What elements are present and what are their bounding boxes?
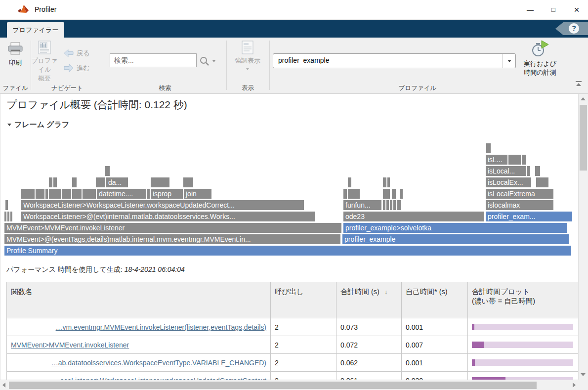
flame-segment[interactable] [96,177,105,187]
flame-segment[interactable]: isLocal... [486,166,526,176]
run-and-time-button[interactable]: 実行および 時間の計測 [519,40,561,77]
flame-segment[interactable] [72,189,82,199]
flame-segment[interactable] [393,200,396,210]
flame-segment[interactable] [4,212,6,221]
flame-segment[interactable] [383,177,386,187]
help-chip[interactable]: ? [555,22,588,35]
column-header-total-time[interactable]: 合計時間 (s)↓ [336,282,402,318]
vertical-scrollbar[interactable] [578,94,588,380]
flame-segment[interactable]: WorkspaceListener>@(evt)internal.matlab.… [21,212,315,221]
flame-segment[interactable]: WorkspaceListener>WorkspaceListener.work… [21,200,304,210]
flame-segment[interactable] [10,212,12,221]
search-input[interactable] [110,53,197,67]
maximize-button[interactable]: □ [542,0,565,20]
flame-segment[interactable]: MVMEvent>@(eventTags,details)matlab.inte… [4,234,340,244]
flame-segment[interactable] [36,189,44,199]
flame-segment[interactable] [386,200,389,210]
flame-segment[interactable] [83,189,96,199]
flame-segment[interactable] [72,177,77,187]
flame-segment[interactable]: funfun... [343,200,381,210]
flame-segment[interactable] [151,177,169,187]
horizontal-scrollbar[interactable] [0,380,578,390]
flame-segment[interactable] [390,200,392,210]
column-header-function-name[interactable]: 関数名 [7,282,271,318]
print-button[interactable]: 印刷 [4,42,27,67]
flame-segment[interactable] [45,189,48,199]
flame-graph-toggle[interactable]: フレーム グラフ [7,120,69,130]
flame-segment[interactable] [105,166,110,176]
flame-segment[interactable] [397,200,401,210]
scroll-right-icon[interactable] [573,383,576,388]
flame-segment[interactable]: join [184,189,211,199]
flame-segment[interactable] [348,177,351,187]
column-header-calls[interactable]: 呼び出し [271,282,336,318]
column-header-self-time[interactable]: 自己時間* (s) [402,282,468,318]
total-time-bar [472,359,573,366]
flame-graph: isL...isLocal...da...isLocalEx...datetim… [0,142,578,257]
help-icon[interactable]: ? [569,23,579,34]
flame-segment[interactable]: isLocalExtrema [486,189,553,199]
flame-segment[interactable] [49,189,61,199]
vertical-scrollbar-thumb[interactable] [580,105,587,171]
scroll-down-icon[interactable] [581,373,586,376]
search-options-dropdown-icon[interactable] [212,60,215,62]
tab-profiler[interactable]: プロファイラー [7,22,64,38]
calls-cell: 2 [271,336,336,354]
flame-segment[interactable]: isLocalEx... [486,177,531,187]
scroll-left-icon[interactable] [2,383,5,388]
function-link[interactable]: …vm.eventmgr.MVMEvent.invokeListener(lis… [56,323,266,331]
flame-segment[interactable]: profiler_example [342,234,569,244]
flame-segment[interactable]: MVMEvent>MVMEvent.invokeListener [4,223,341,233]
flame-segment[interactable] [527,166,530,176]
flame-segment[interactable] [62,189,71,199]
close-button[interactable]: × [565,0,588,20]
flame-segment[interactable] [49,177,52,187]
forward-arrow-icon [63,64,74,72]
minimize-ribbon-button[interactable] [572,81,585,90]
flame-segment[interactable] [5,200,8,210]
minimize-button[interactable]: — [519,0,542,20]
column-header-total-time-plot[interactable]: 合計時間プロット (濃い帯 = 自己時間) [468,282,579,318]
forward-button[interactable]: 進む [63,63,90,73]
forward-label: 進む [76,64,89,72]
flame-segment[interactable]: profiler_exam... [486,212,572,221]
search-icon[interactable] [200,56,210,66]
flame-segment[interactable] [21,189,35,199]
flame-segment[interactable]: Profile Summary [4,246,571,256]
function-link[interactable]: MVMEvent>MVMEvent.invokeListener [11,341,129,349]
calls-cell: 2 [271,372,336,380]
highlight-button[interactable]: 強調表示 [226,41,269,70]
profile-summary-button[interactable]: プロファイル 概要 [30,41,59,83]
flame-segment[interactable] [535,166,540,176]
back-button[interactable]: 戻る [63,48,90,58]
flame-segment[interactable] [147,189,150,199]
combobox-dropdown-button[interactable] [503,54,515,68]
flame-segment[interactable]: profiler_example>solvelotka [343,223,567,233]
scroll-up-icon[interactable] [581,97,586,100]
flame-segment[interactable]: isL... [486,155,507,165]
flame-segment[interactable] [343,189,347,199]
flame-segment[interactable]: ode23 [343,212,484,221]
flame-segment[interactable] [183,177,193,187]
horizontal-scrollbar-thumb[interactable] [9,382,537,389]
function-link[interactable]: …ab.datatoolsservices.WorkspaceEventType… [51,359,266,367]
flame-segment[interactable] [348,189,360,199]
flame-segment[interactable] [383,189,390,199]
flame-segment[interactable]: islocalmax [486,200,553,210]
flame-segment[interactable] [387,177,390,187]
profile-target-combobox[interactable]: profiler_example [273,53,516,68]
flame-segment[interactable] [508,155,521,165]
flame-segment[interactable]: datetime.... [97,189,146,199]
flame-segment[interactable] [7,212,9,221]
flame-segment[interactable] [522,155,526,165]
flame-segment[interactable]: da... [106,177,128,187]
flame-segment[interactable] [486,143,491,153]
self-time-cell: 0.001 [402,354,468,372]
flame-segment[interactable]: isprop [151,189,183,199]
flame-segment[interactable] [53,177,57,187]
flame-segment[interactable] [400,189,403,199]
summary-table: 関数名 呼び出し 合計時間 (s)↓ 自己時間* (s) 合計時間プロット (濃… [6,282,578,380]
flame-segment[interactable] [383,200,385,210]
flame-segment[interactable] [536,177,548,187]
flame-segment[interactable] [392,189,396,199]
